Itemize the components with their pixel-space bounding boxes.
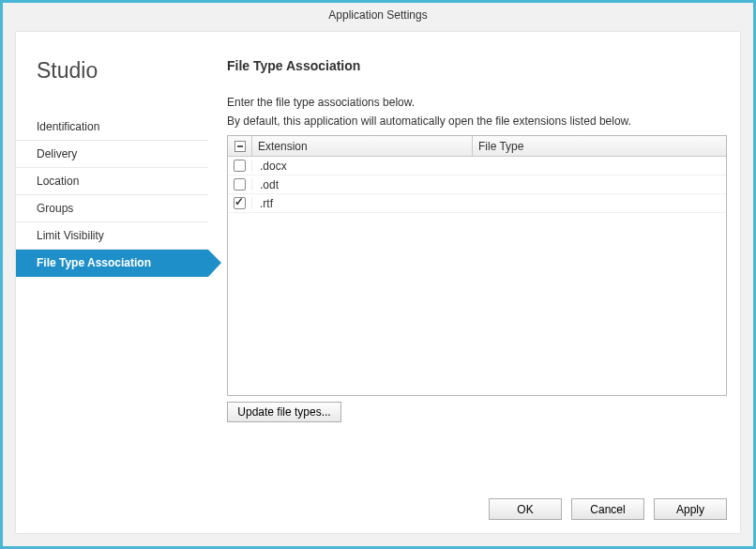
sidebar-nav: Identification Delivery Location Groups … <box>16 114 208 277</box>
column-header-label: Extension <box>258 140 308 153</box>
dialog-window: Application Settings Studio Identificati… <box>3 3 753 546</box>
checkbox-icon <box>234 160 246 172</box>
sidebar-item-label: Limit Visibility <box>37 229 104 242</box>
sidebar: Studio Identification Delivery Location … <box>16 32 208 533</box>
table-row[interactable]: .odt <box>228 175 726 194</box>
sidebar-item-location[interactable]: Location <box>16 168 208 195</box>
row-checkbox-cell[interactable] <box>228 160 252 172</box>
file-type-grid: Extension File Type .docx .odt .rtf <box>227 135 727 396</box>
column-header-select-all[interactable] <box>228 136 252 156</box>
sidebar-item-file-type-association[interactable]: File Type Association <box>16 250 208 277</box>
ok-button[interactable]: OK <box>489 498 562 520</box>
grid-header: Extension File Type <box>228 136 726 157</box>
sidebar-item-limit-visibility[interactable]: Limit Visibility <box>16 222 208 250</box>
column-header-extension[interactable]: Extension <box>252 136 473 156</box>
titlebar: Application Settings <box>3 3 753 27</box>
row-checkbox-cell[interactable] <box>228 197 252 209</box>
column-header-filetype[interactable]: File Type <box>473 136 726 156</box>
checkbox-icon <box>234 178 246 191</box>
sidebar-item-identification[interactable]: Identification <box>16 114 208 141</box>
sidebar-item-delivery[interactable]: Delivery <box>16 141 208 168</box>
sidebar-item-label: File Type Association <box>37 256 151 269</box>
table-row[interactable]: .docx <box>228 157 726 175</box>
sidebar-item-label: Identification <box>37 120 99 133</box>
sidebar-item-label: Location <box>37 175 79 188</box>
dialog-button-row: OK Cancel Apply <box>489 498 727 520</box>
content-area: Studio Identification Delivery Location … <box>16 32 740 533</box>
indeterminate-checkbox-icon <box>234 141 246 152</box>
main-panel: File Type Association Enter the file typ… <box>227 58 727 520</box>
row-extension: .rtf <box>252 197 473 210</box>
page-title: File Type Association <box>227 58 727 73</box>
window-title: Application Settings <box>328 8 427 22</box>
helper-text-2: By default, this application will automa… <box>227 114 727 128</box>
row-extension: .docx <box>252 160 473 173</box>
sidebar-heading: Studio <box>37 58 208 84</box>
apply-button[interactable]: Apply <box>654 498 727 520</box>
cancel-button[interactable]: Cancel <box>571 498 644 520</box>
row-checkbox-cell[interactable] <box>228 178 252 191</box>
sidebar-item-label: Groups <box>37 202 73 215</box>
table-row[interactable]: .rtf <box>228 194 726 213</box>
sidebar-item-groups[interactable]: Groups <box>16 195 208 222</box>
column-header-label: File Type <box>478 140 523 153</box>
checkbox-checked-icon <box>234 197 246 209</box>
row-extension: .odt <box>252 178 473 191</box>
sidebar-item-label: Delivery <box>37 147 77 160</box>
helper-text-1: Enter the file type associations below. <box>227 96 727 109</box>
update-file-types-button[interactable]: Update file types... <box>227 402 341 422</box>
